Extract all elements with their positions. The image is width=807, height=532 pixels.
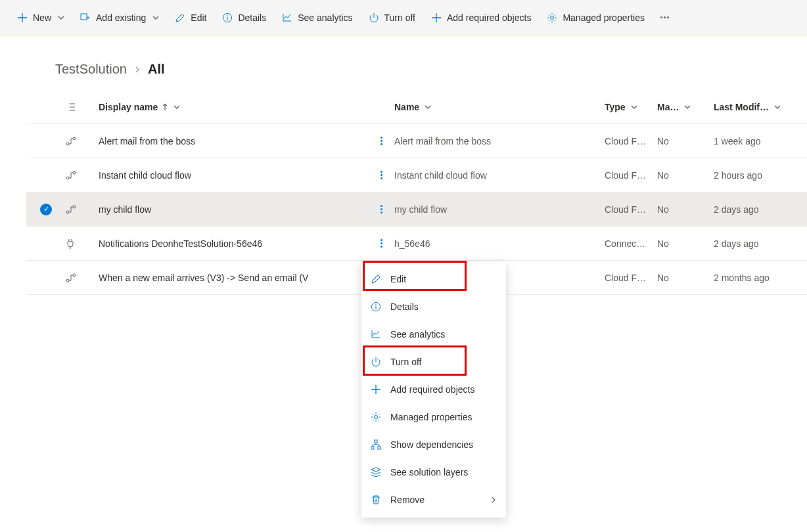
svg-point-2 (227, 15, 229, 16)
edit-button[interactable]: Edit (168, 9, 213, 27)
row-name: h_56e46 (394, 238, 605, 249)
svg-point-11 (73, 274, 76, 277)
add-existing-icon (80, 12, 91, 23)
chevron-down-icon (173, 104, 180, 110)
table-row[interactable]: Alert mail from the boss Alert mail from… (26, 124, 807, 158)
see-analytics-button[interactable]: See analytics (275, 9, 359, 27)
add-required-label: Add required objects (447, 12, 531, 23)
power-icon (369, 12, 379, 23)
list-icon[interactable] (66, 102, 99, 112)
managed-properties-label: Managed properties (563, 12, 645, 23)
breadcrumb-current: All (148, 62, 165, 77)
turn-off-label: Turn off (384, 12, 415, 23)
chevron-down-icon (152, 14, 159, 21)
row-managed: No (657, 136, 714, 146)
svg-point-10 (66, 279, 69, 282)
svg-point-8 (66, 211, 69, 213)
row-type: Connec… (605, 238, 657, 249)
row-display-name[interactable]: my child flow (99, 204, 368, 215)
new-button[interactable]: New (11, 9, 71, 27)
table-row[interactable]: Notifications DeonheTestSolution-56e46 h… (26, 227, 807, 261)
svg-point-5 (73, 137, 76, 140)
row-managed: No (657, 238, 714, 249)
row-type: Cloud F… (605, 136, 657, 146)
row-managed: No (657, 273, 714, 283)
chevron-down-icon (684, 104, 691, 110)
table-row[interactable]: ✓ my child flow my child flow Cloud F… N… (26, 192, 807, 227)
context-menu: Edit Details See analytics Turn off Add … (361, 261, 506, 295)
row-modified: 2 hours ago (714, 170, 807, 181)
svg-point-3 (551, 16, 554, 19)
row-modified: 2 days ago (714, 238, 807, 249)
chevron-down-icon (774, 104, 781, 110)
info-icon (222, 12, 233, 23)
flow-icon (66, 204, 99, 215)
breadcrumb: TestSolution All (0, 35, 807, 90)
plus-icon (17, 12, 28, 23)
see-analytics-label: See analytics (298, 12, 352, 23)
selected-check-icon[interactable]: ✓ (40, 204, 52, 215)
add-existing-button[interactable]: Add existing (74, 9, 166, 27)
menu-edit[interactable]: Edit (361, 265, 506, 293)
row-modified: 1 week ago (714, 136, 807, 146)
chevron-down-icon (58, 14, 64, 21)
sort-asc-icon (162, 103, 168, 111)
chevron-down-icon (425, 104, 431, 110)
row-managed: No (657, 204, 714, 215)
plus-icon (431, 12, 442, 23)
column-type[interactable]: Type (605, 102, 657, 112)
row-name: my child flow (394, 204, 605, 215)
turn-off-button[interactable]: Turn off (362, 9, 422, 27)
svg-rect-0 (81, 14, 87, 20)
svg-point-6 (66, 177, 69, 179)
row-name: Instant child cloud flow (394, 170, 605, 181)
row-menu-button[interactable] (380, 137, 382, 145)
svg-point-7 (73, 171, 76, 174)
row-type: Cloud F… (605, 273, 657, 283)
details-label: Details (238, 12, 266, 23)
svg-point-9 (73, 206, 76, 208)
row-menu-button[interactable] (380, 171, 382, 179)
flow-icon (66, 273, 99, 283)
row-display-name[interactable]: Alert mail from the boss (99, 136, 368, 146)
chevron-right-icon (133, 66, 141, 74)
new-label: New (33, 12, 51, 23)
column-managed[interactable]: Ma… (657, 102, 714, 112)
edit-label: Edit (191, 12, 206, 23)
table-header: Display name Name Type Ma… (26, 90, 807, 124)
table-row[interactable]: Instant child cloud flow Instant child c… (26, 158, 807, 192)
overflow-button[interactable] (654, 12, 676, 22)
svg-point-4 (66, 143, 69, 145)
row-type: Cloud F… (605, 204, 657, 215)
row-modified: 2 days ago (714, 204, 807, 215)
analytics-icon (282, 12, 292, 23)
add-existing-label: Add existing (96, 12, 146, 23)
menu-details[interactable]: Details (361, 293, 506, 295)
chevron-down-icon (631, 104, 637, 110)
row-name: Alert mail from the boss (394, 136, 605, 146)
row-menu-button[interactable] (380, 239, 382, 248)
command-bar: New Add existing Edit Details See analyt… (0, 0, 807, 35)
row-managed: No (657, 170, 714, 181)
row-display-name[interactable]: When a new email arrives (V3) -> Send an… (99, 273, 368, 283)
flow-icon (66, 170, 99, 181)
plug-icon (66, 238, 99, 249)
add-required-button[interactable]: Add required objects (425, 9, 538, 27)
row-display-name[interactable]: Notifications DeonheTestSolution-56e46 (99, 238, 368, 249)
row-modified: 2 months ago (714, 273, 807, 283)
edit-icon (175, 12, 185, 23)
row-type: Cloud F… (605, 170, 657, 181)
gear-icon (547, 12, 557, 23)
row-menu-button[interactable] (380, 205, 382, 213)
managed-properties-button[interactable]: Managed properties (540, 9, 651, 27)
details-button[interactable]: Details (216, 9, 273, 27)
column-display-name[interactable]: Display name (99, 102, 368, 112)
column-last-modified[interactable]: Last Modif… (714, 102, 807, 112)
row-display-name[interactable]: Instant child cloud flow (99, 170, 368, 181)
flow-icon (66, 136, 99, 146)
more-icon (660, 16, 669, 18)
edit-icon (371, 274, 382, 284)
breadcrumb-root[interactable]: TestSolution (55, 62, 127, 77)
column-name[interactable]: Name (394, 102, 605, 112)
